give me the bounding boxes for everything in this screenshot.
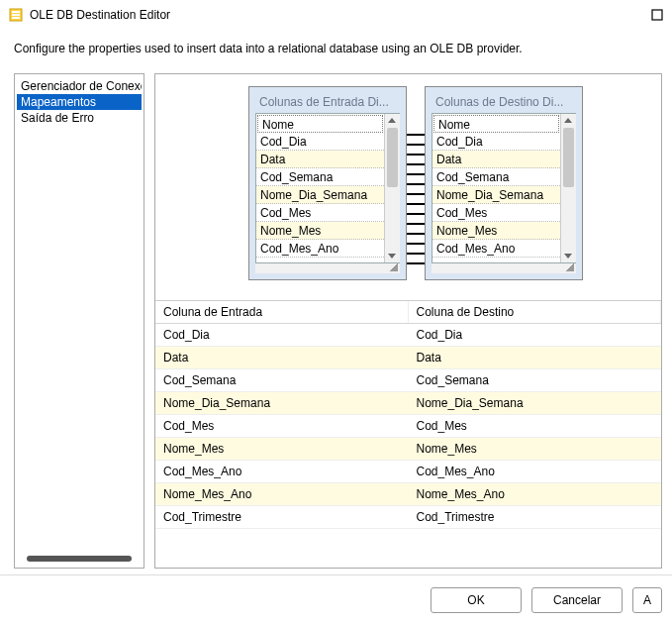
svg-rect-3	[12, 17, 20, 19]
table-row[interactable]: DataData	[155, 347, 661, 369]
column-row[interactable]: Cod_Mes_Ano	[432, 240, 560, 258]
svg-rect-4	[652, 10, 662, 20]
mapping-diagram: Colunas de Entrada Di... NomeCod_DiaData…	[155, 74, 661, 300]
column-row[interactable]: Cod_Mes_Ano	[256, 240, 384, 258]
cell-destination-column[interactable]: Cod_Mes_Ano	[409, 461, 662, 482]
cell-input-column[interactable]: Data	[155, 347, 409, 368]
column-row[interactable]: Cod_Semana	[432, 168, 560, 186]
destination-columns-box[interactable]: Colunas de Destino Di... NomeCod_DiaData…	[425, 86, 583, 280]
column-row[interactable]: Cod_Semana	[256, 168, 384, 186]
cell-input-column[interactable]: Nome_Mes_Ano	[155, 483, 409, 505]
column-row[interactable]: Nome_Mes	[256, 222, 384, 240]
destination-box-scrollbar[interactable]	[560, 114, 576, 262]
mapping-table: Coluna de Entrada Coluna de Destino Cod_…	[155, 300, 661, 568]
cell-destination-column[interactable]: Cod_Trimestre	[409, 506, 662, 528]
cell-destination-column[interactable]: Nome_Mes_Ano	[409, 483, 662, 505]
table-row[interactable]: Cod_SemanaCod_Semana	[155, 369, 661, 392]
sidebar-item[interactable]: Mapeamentos	[17, 94, 142, 110]
input-box-header: Colunas de Entrada Di...	[255, 93, 400, 113]
cell-input-column[interactable]: Cod_Trimestre	[155, 506, 409, 528]
destination-box-resize[interactable]	[432, 263, 576, 273]
svg-rect-1	[12, 11, 20, 13]
input-columns-box[interactable]: Colunas de Entrada Di... NomeCod_DiaData…	[248, 86, 407, 280]
cell-input-column[interactable]: Cod_Semana	[155, 369, 409, 391]
table-row[interactable]: Cod_MesCod_Mes	[155, 415, 661, 438]
destination-box-list: NomeCod_DiaDataCod_SemanaNome_Dia_Semana…	[432, 113, 576, 263]
cell-destination-column[interactable]: Data	[409, 347, 662, 368]
cell-destination-column[interactable]: Cod_Dia	[409, 324, 662, 346]
cell-destination-column[interactable]: Cod_Semana	[409, 369, 662, 391]
dialog-window: OLE DB Destination Editor Configure the …	[0, 0, 672, 624]
column-row[interactable]: Nome_Dia_Semana	[256, 186, 384, 204]
cell-destination-column[interactable]: Cod_Mes	[409, 415, 662, 437]
input-box-list: NomeCod_DiaDataCod_SemanaNome_Dia_Semana…	[255, 113, 400, 263]
cancel-button[interactable]: Cancelar	[531, 587, 623, 613]
page-sidebar: Gerenciador de ConexõesMapeamentosSaída …	[14, 73, 144, 569]
cell-destination-column[interactable]: Nome_Mes	[409, 438, 662, 460]
cell-input-column[interactable]: Cod_Mes	[155, 415, 409, 437]
header-input-column[interactable]: Coluna de Entrada	[155, 301, 409, 323]
column-row[interactable]: Data	[432, 151, 560, 168]
help-button[interactable]: A	[632, 587, 662, 613]
column-row[interactable]: Cod_Dia	[256, 133, 384, 151]
cell-input-column[interactable]: Cod_Mes_Ano	[155, 461, 409, 482]
cell-input-column[interactable]: Nome_Dia_Semana	[155, 392, 409, 414]
svg-rect-2	[12, 14, 20, 16]
table-row[interactable]: Nome_Mes_AnoNome_Mes_Ano	[155, 483, 661, 506]
table-row[interactable]: Cod_TrimestreCod_Trimestre	[155, 506, 661, 529]
column-row[interactable]: Nome_Dia_Semana	[432, 186, 560, 204]
table-row[interactable]: Cod_DiaCod_Dia	[155, 324, 661, 347]
sidebar-item[interactable]: Gerenciador de Conexões	[17, 78, 142, 94]
column-row[interactable]: Nome_Mes	[432, 222, 560, 240]
cell-destination-column[interactable]: Nome_Dia_Semana	[409, 392, 662, 414]
column-row[interactable]: Cod_Dia	[432, 133, 560, 151]
sidebar-item[interactable]: Saída de Erro	[17, 110, 142, 126]
dialog-description: Configure the properties used to insert …	[0, 30, 672, 73]
table-row[interactable]: Nome_MesNome_Mes	[155, 438, 661, 461]
dialog-footer: OK Cancelar A	[0, 574, 672, 624]
table-row[interactable]: Cod_Mes_AnoCod_Mes_Ano	[155, 461, 661, 483]
cell-input-column[interactable]: Cod_Dia	[155, 324, 409, 346]
input-box-resize[interactable]	[255, 263, 400, 273]
mapping-table-header: Coluna de Entrada Coluna de Destino	[155, 301, 661, 324]
cell-input-column[interactable]: Nome_Mes	[155, 438, 409, 460]
window-title: OLE DB Destination Editor	[30, 8, 170, 22]
destination-box-header: Colunas de Destino Di...	[432, 93, 576, 113]
header-destination-column[interactable]: Coluna de Destino	[409, 301, 662, 323]
column-row[interactable]: Nome	[257, 115, 383, 133]
column-row[interactable]: Data	[256, 151, 384, 168]
table-row[interactable]: Nome_Dia_SemanaNome_Dia_Semana	[155, 392, 661, 415]
column-row[interactable]: Nome	[433, 115, 559, 133]
titlebar: OLE DB Destination Editor	[0, 0, 672, 30]
content-panel: Colunas de Entrada Di... NomeCod_DiaData…	[154, 73, 662, 569]
maximize-icon[interactable]	[650, 8, 664, 22]
ok-button[interactable]: OK	[431, 587, 522, 613]
main-area: Gerenciador de ConexõesMapeamentosSaída …	[0, 73, 672, 574]
app-icon	[8, 7, 24, 23]
input-box-scrollbar[interactable]	[384, 114, 400, 262]
column-row[interactable]: Cod_Mes	[256, 204, 384, 222]
column-row[interactable]: Cod_Mes	[432, 204, 560, 222]
sidebar-scrollbar[interactable]	[17, 550, 142, 564]
